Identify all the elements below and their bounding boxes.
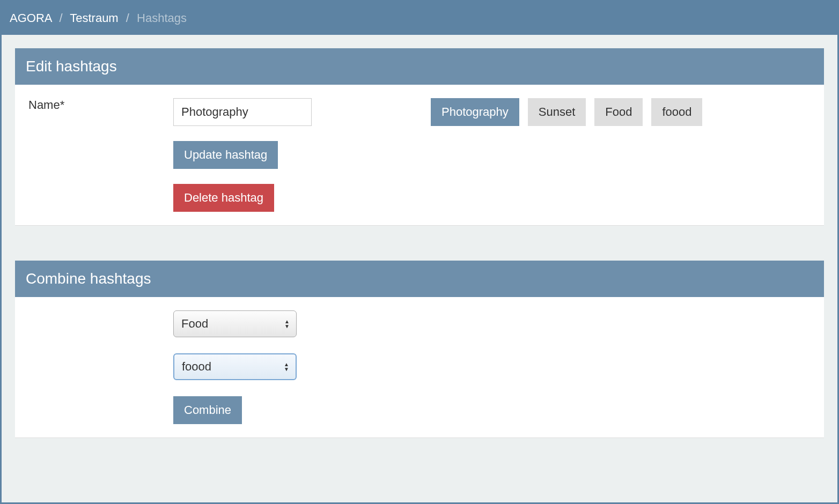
delete-hashtag-button[interactable]: Delete hashtag bbox=[173, 184, 274, 212]
breadcrumb: AGORA / Testraum / Hashtags bbox=[2, 2, 837, 35]
breadcrumb-link-agora[interactable]: AGORA bbox=[10, 11, 51, 25]
breadcrumb-separator: / bbox=[126, 11, 129, 25]
name-input[interactable] bbox=[173, 98, 312, 126]
combine-select-second-value: foood bbox=[182, 360, 211, 374]
update-hashtag-button[interactable]: Update hashtag bbox=[173, 141, 278, 169]
combine-select-first[interactable]: Food ▲▼ bbox=[173, 310, 297, 337]
combine-select-first-value: Food bbox=[181, 317, 208, 331]
hashtag-tag-sunset[interactable]: Sunset bbox=[528, 98, 586, 126]
name-label: Name* bbox=[28, 98, 64, 112]
combine-hashtags-title: Combine hashtags bbox=[15, 261, 824, 297]
hashtag-tag-foood[interactable]: foood bbox=[651, 98, 702, 126]
edit-hashtags-panel: Edit hashtags Name* Update hashtag Delet… bbox=[15, 48, 824, 226]
select-arrows-icon: ▲▼ bbox=[284, 362, 289, 372]
hashtag-list: Photography Sunset Food foood bbox=[431, 98, 811, 126]
hashtag-tag-photography[interactable]: Photography bbox=[431, 98, 519, 126]
breadcrumb-current: Hashtags bbox=[137, 11, 187, 25]
edit-hashtags-title: Edit hashtags bbox=[15, 48, 824, 85]
hashtag-tag-food[interactable]: Food bbox=[594, 98, 643, 126]
combine-select-second[interactable]: foood ▲▼ bbox=[173, 353, 297, 380]
combine-hashtags-panel: Combine hashtags Food ▲▼ bbox=[15, 261, 824, 438]
select-arrows-icon: ▲▼ bbox=[284, 320, 290, 329]
combine-button[interactable]: Combine bbox=[173, 396, 242, 424]
breadcrumb-link-testraum[interactable]: Testraum bbox=[70, 11, 118, 25]
breadcrumb-separator: / bbox=[59, 11, 62, 25]
